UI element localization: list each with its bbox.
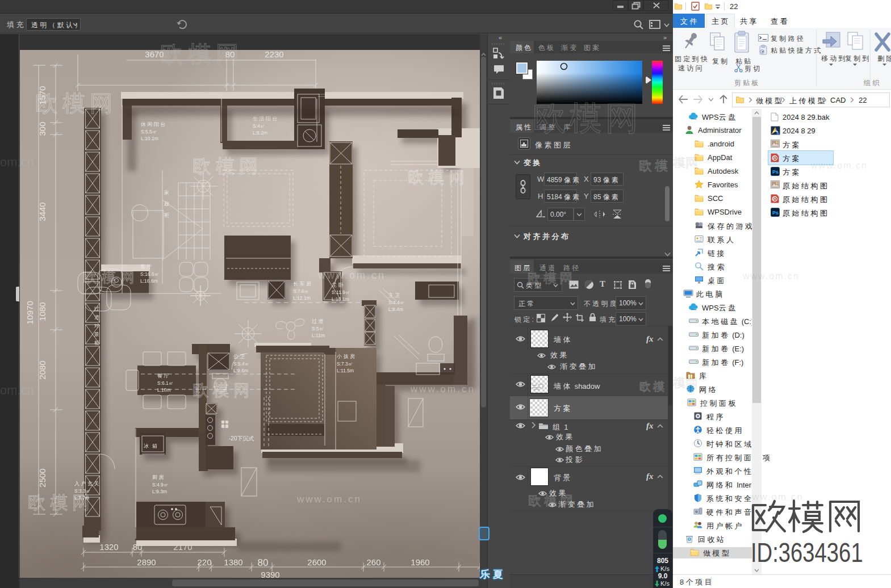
svg-text:1320: 1320 bbox=[99, 542, 118, 552]
svg-text:1380: 1380 bbox=[224, 557, 242, 567]
svg-text:柜: 柜 bbox=[164, 212, 169, 218]
svg-text:厨房: 厨房 bbox=[152, 474, 165, 480]
svg-text:1080: 1080 bbox=[37, 302, 47, 321]
svg-text:S:5.4㎡: S:5.4㎡ bbox=[233, 361, 249, 367]
svg-text:道: 道 bbox=[94, 314, 99, 320]
svg-text:过道: 过道 bbox=[312, 318, 325, 324]
svg-text:S:7.6㎡: S:7.6㎡ bbox=[293, 288, 309, 294]
svg-text:欧模网: 欧模网 bbox=[193, 156, 262, 177]
svg-text:L:9.6m: L:9.6m bbox=[233, 368, 248, 373]
svg-text:3440: 3440 bbox=[37, 202, 47, 221]
svg-text:L:10m: L:10m bbox=[157, 387, 171, 393]
svg-text:S:16.6㎡: S:16.6㎡ bbox=[140, 271, 159, 277]
svg-text:S:11.9㎡: S:11.9㎡ bbox=[332, 289, 350, 295]
svg-text:长车房: 长车房 bbox=[293, 281, 313, 287]
svg-text:L:8.2m: L:8.2m bbox=[253, 130, 267, 136]
svg-text:冰箱: 冰箱 bbox=[144, 443, 161, 449]
svg-text:2600: 2600 bbox=[307, 557, 326, 567]
svg-text:L:8.4m: L:8.4m bbox=[388, 306, 403, 312]
svg-text:S:4.9㎡: S:4.9㎡ bbox=[152, 482, 168, 488]
svg-text:主卧: 主卧 bbox=[332, 282, 345, 288]
svg-text:1960: 1960 bbox=[411, 557, 429, 567]
svg-text:L:10.1m: L:10.1m bbox=[141, 136, 158, 141]
svg-text:9390: 9390 bbox=[261, 570, 279, 578]
svg-text:政: 政 bbox=[164, 201, 169, 207]
svg-text:欧模网: 欧模网 bbox=[408, 169, 469, 186]
svg-text:餐厅: 餐厅 bbox=[157, 373, 170, 379]
svg-text:Ps: Ps bbox=[772, 169, 779, 175]
svg-text:Ps: Ps bbox=[772, 210, 779, 216]
svg-text:220: 220 bbox=[197, 557, 211, 567]
svg-text:L:9.3m: L:9.3m bbox=[152, 489, 167, 494]
svg-text:欧模网: 欧模网 bbox=[83, 269, 139, 285]
svg-text:欧模网: 欧模网 bbox=[28, 493, 94, 513]
svg-text:欧模网: 欧模网 bbox=[35, 91, 117, 116]
svg-text:-20下沉式: -20下沉式 bbox=[229, 435, 254, 442]
svg-text:2230: 2230 bbox=[265, 50, 283, 59]
svg-text:客厅: 客厅 bbox=[140, 264, 153, 270]
svg-text:对: 对 bbox=[94, 323, 99, 329]
svg-text:L:12.1m: L:12.1m bbox=[293, 295, 311, 301]
svg-text:家: 家 bbox=[164, 190, 169, 195]
svg-text:80: 80 bbox=[258, 557, 269, 568]
svg-text:过: 过 bbox=[94, 306, 99, 312]
svg-text:260: 260 bbox=[366, 557, 380, 567]
svg-text:www.om.cn: www.om.cn bbox=[317, 270, 386, 281]
svg-text:S:5.5㎡: S:5.5㎡ bbox=[141, 129, 157, 135]
svg-text:www.om.cn: www.om.cn bbox=[296, 494, 362, 505]
svg-text:欧模网: 欧模网 bbox=[193, 381, 254, 399]
svg-text:S:4㎡: S:4㎡ bbox=[253, 123, 265, 129]
svg-text:www.om.cn: www.om.cn bbox=[410, 384, 475, 394]
svg-text:L:11.5m: L:11.5m bbox=[337, 368, 354, 373]
svg-text:休闲阳台: 休闲阳台 bbox=[140, 121, 167, 127]
svg-text:L:15.1m: L:15.1m bbox=[332, 296, 349, 302]
svg-text:L:16.6m: L:16.6m bbox=[140, 278, 158, 284]
svg-text:10970: 10970 bbox=[25, 301, 35, 325]
svg-text:景: 景 bbox=[94, 331, 99, 337]
svg-text:2500: 2500 bbox=[37, 468, 47, 487]
svg-text:L:11m: L:11m bbox=[312, 333, 325, 338]
svg-text:柜: 柜 bbox=[94, 340, 99, 346]
svg-text:小孩房: 小孩房 bbox=[336, 354, 357, 359]
svg-text:入户玄关: 入户玄关 bbox=[74, 481, 101, 486]
svg-text:2080: 2080 bbox=[37, 360, 47, 379]
svg-text:主卫: 主卫 bbox=[388, 292, 401, 298]
svg-text:公卫: 公卫 bbox=[233, 354, 246, 359]
svg-text:300: 300 bbox=[37, 121, 47, 136]
svg-text:S:5㎡: S:5㎡ bbox=[312, 326, 324, 331]
svg-text:2890: 2890 bbox=[137, 557, 156, 567]
svg-text:S:7.3㎡: S:7.3㎡ bbox=[337, 361, 353, 367]
svg-text:S:4.4㎡: S:4.4㎡ bbox=[388, 300, 404, 305]
svg-text:S:6.1㎡: S:6.1㎡ bbox=[157, 380, 173, 386]
